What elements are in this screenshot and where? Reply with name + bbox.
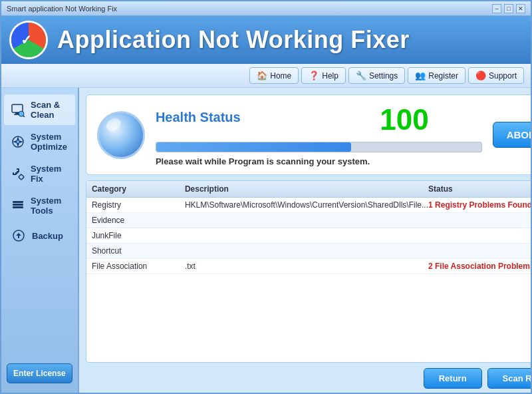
title-bar: Smart application Not Working Fix – □ ✕ <box>1 1 531 16</box>
logo-inner: ✓ <box>11 23 46 57</box>
cell-category: Registry <box>92 200 185 210</box>
nav-bar: 🏠 Home ❓ Help 🔧 Settings 👥 Register 🔴 Su… <box>1 64 531 88</box>
table-row: Registry HKLM\Software\Microsoft\Windows… <box>86 198 532 213</box>
table-row: JunkFile <box>86 228 532 244</box>
sidebar-system-optimize-label: System Optimize <box>31 132 68 152</box>
nav-register-label: Register <box>428 71 458 81</box>
sidebar-item-system-tools[interactable]: System Tools <box>4 190 75 221</box>
table-body: Registry HKLM\Software\Microsoft\Windows… <box>86 198 532 274</box>
cell-category: Evidence <box>92 216 185 225</box>
maximize-button[interactable]: □ <box>504 4 513 13</box>
close-button[interactable]: ✕ <box>516 4 525 13</box>
scan-result-button[interactable]: Scan Result <box>487 368 532 389</box>
return-button[interactable]: Return <box>424 368 482 389</box>
cell-description <box>185 231 428 240</box>
sidebar-item-scan-clean[interactable]: Scan & Clean <box>4 95 75 125</box>
svg-rect-11 <box>13 201 23 203</box>
health-panel: Health Status 100 Please wait while Prog… <box>86 95 532 175</box>
sidebar-scan-clean-label: Scan & Clean <box>31 100 68 120</box>
progress-fill <box>156 142 351 152</box>
svg-rect-9 <box>19 174 24 180</box>
cell-category: Shortcut <box>92 246 185 256</box>
nav-help-button[interactable]: ❓ Help <box>301 67 346 84</box>
cell-status <box>428 246 532 256</box>
cell-status: 1 Registry Problems Found <box>428 200 532 210</box>
svg-point-5 <box>19 111 24 116</box>
cell-status: 2 File Association Problems Found <box>428 262 532 271</box>
cell-category: File Association <box>92 262 185 271</box>
cell-description <box>185 216 428 225</box>
window-controls: – □ ✕ <box>492 4 525 13</box>
cell-description <box>185 246 428 256</box>
help-icon: ❓ <box>309 71 319 81</box>
sidebar: Scan & Clean System Optimize <box>1 88 79 394</box>
col-header-status: Status <box>428 184 532 194</box>
enter-license-section: Enter License <box>1 358 78 389</box>
nav-help-label: Help <box>322 71 338 81</box>
main-layout: Scan & Clean System Optimize <box>1 88 531 394</box>
svg-point-8 <box>17 140 19 143</box>
health-globe <box>97 111 145 159</box>
app-title: Application Not Working Fixer <box>57 26 410 54</box>
backup-icon <box>11 228 27 244</box>
nav-register-button[interactable]: 👥 Register <box>408 67 466 84</box>
enter-license-button[interactable]: Enter License <box>7 363 72 383</box>
cell-status <box>428 216 532 225</box>
nav-support-label: Support <box>489 71 517 81</box>
table-row: Shortcut <box>86 244 532 259</box>
health-info: Health Status 100 Please wait while Prog… <box>156 103 482 166</box>
table-row: File Association .txt 2 File Association… <box>86 259 532 274</box>
settings-icon: 🔧 <box>356 71 366 81</box>
svg-rect-10 <box>13 204 23 206</box>
svg-line-6 <box>23 116 25 117</box>
nav-home-button[interactable]: 🏠 Home <box>249 67 299 84</box>
home-icon: 🏠 <box>257 71 267 81</box>
svg-rect-12 <box>13 206 23 208</box>
window-title: Smart application Not Working Fix <box>7 5 117 13</box>
sidebar-item-system-fix[interactable]: System Fix <box>4 158 75 189</box>
nav-home-label: Home <box>270 71 291 81</box>
header: ✓ Application Not Working Fixer <box>1 16 531 64</box>
sidebar-system-tools-label: System Tools <box>31 196 68 216</box>
progress-bar <box>156 142 482 152</box>
register-icon: 👥 <box>415 71 426 81</box>
cell-description: .txt <box>185 262 428 271</box>
system-fix-icon <box>11 166 25 182</box>
system-optimize-icon <box>11 134 25 150</box>
scan-clean-icon <box>11 102 25 118</box>
bottom-bar: Return Scan Result <box>86 368 532 389</box>
svg-text:✓: ✓ <box>21 33 32 47</box>
logo: ✓ <box>9 21 48 59</box>
nav-support-button[interactable]: 🔴 Support <box>468 67 524 84</box>
support-icon: 🔴 <box>475 71 486 81</box>
cell-description: HKLM\Software\Microsoft\Windows\CurrentV… <box>185 200 428 210</box>
cell-status <box>428 231 532 240</box>
health-title: Health Status <box>156 110 241 125</box>
abort-button[interactable]: ABORT <box>493 122 532 148</box>
table-header: Category Description Status <box>86 181 532 198</box>
health-status-text: Please wait while Program is scanning yo… <box>156 156 482 166</box>
cell-category: JunkFile <box>92 231 185 240</box>
health-score: 100 <box>380 103 428 136</box>
table-row: Evidence <box>86 213 532 228</box>
scan-results-table: Category Description Status Registry HKL… <box>86 180 532 363</box>
sidebar-system-fix-label: System Fix <box>31 164 68 184</box>
nav-settings-button[interactable]: 🔧 Settings <box>348 67 405 84</box>
col-header-description: Description <box>185 184 428 194</box>
minimize-button[interactable]: – <box>492 4 501 13</box>
nav-settings-label: Settings <box>369 71 398 81</box>
system-tools-icon <box>11 198 25 214</box>
col-header-category: Category <box>92 184 185 194</box>
sidebar-item-backup[interactable]: Backup <box>4 222 75 249</box>
sidebar-item-system-optimize[interactable]: System Optimize <box>4 126 75 157</box>
sidebar-backup-label: Backup <box>32 231 63 241</box>
